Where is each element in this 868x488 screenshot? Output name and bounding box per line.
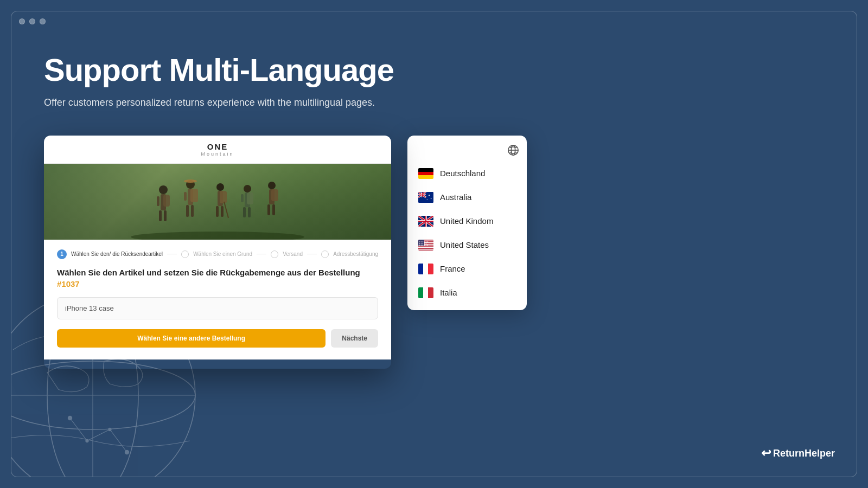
form-buttons: Wählen Sie eine andere Bestellung Nächst… <box>57 329 378 348</box>
step-4-circle <box>321 251 329 258</box>
svg-line-31 <box>224 202 228 218</box>
svg-rect-24 <box>184 192 187 201</box>
step-4-label: Adressbestätigung <box>333 251 378 257</box>
language-dropdown: Deutschland <box>407 136 527 310</box>
step-divider-1 <box>167 254 177 254</box>
svg-rect-36 <box>241 194 244 202</box>
svg-point-12 <box>131 232 304 240</box>
window-dot-1[interactable] <box>19 18 25 24</box>
flag-us-svg: ★★★★★★ ★★★★★ ★★★★★★ <box>418 240 433 251</box>
flag-fr <box>418 264 433 274</box>
item-text: iPhone 13 case <box>65 304 114 312</box>
svg-rect-42 <box>271 189 278 201</box>
flag-au: ✦ ✦ ✦ <box>418 192 433 203</box>
app-form-area: 1 Wählen Sie den/ die Rücksendeartikel W… <box>44 240 391 359</box>
svg-rect-15 <box>159 210 162 221</box>
svg-text:✦: ✦ <box>426 198 428 201</box>
main-ui-area: ONE Mountain <box>44 136 824 369</box>
lang-name-us: United States <box>440 240 489 249</box>
lang-item-de[interactable]: Deutschland <box>407 162 527 185</box>
lang-item-fr[interactable]: France <box>407 257 527 281</box>
page-headline: Support Multi-Language <box>44 53 824 87</box>
app-header: ONE Mountain <box>44 136 391 164</box>
lang-name-de: Deutschland <box>440 169 485 178</box>
svg-rect-35 <box>248 207 251 217</box>
returnhelper-logo: ↩ ReturnHelper <box>761 446 835 460</box>
svg-rect-17 <box>157 196 159 206</box>
svg-rect-29 <box>221 206 224 217</box>
svg-rect-30 <box>220 191 227 203</box>
hikers-svg <box>131 175 304 240</box>
svg-rect-41 <box>272 204 275 215</box>
form-title-text: Wählen Sie den Artikel und setzen Sie di… <box>57 268 360 277</box>
form-title: Wählen Sie den Artikel und setzen Sie di… <box>57 267 378 290</box>
svg-point-32 <box>244 185 251 192</box>
brand-name: ONE <box>55 142 380 151</box>
hero-image <box>44 164 391 240</box>
svg-rect-25 <box>190 189 198 202</box>
order-number: #1037 <box>57 279 80 288</box>
step-3-label: Versand <box>283 251 303 257</box>
lang-name-uk: United Kindom <box>440 216 493 226</box>
lang-item-uk[interactable]: United Kindom <box>407 209 527 233</box>
browser-titlebar <box>11 11 857 31</box>
step-divider-2 <box>257 254 266 254</box>
brand-sub: Mountain <box>55 151 380 157</box>
svg-line-10 <box>87 429 110 441</box>
flag-au-svg: ✦ ✦ ✦ <box>418 192 433 203</box>
lang-item-us[interactable]: ★★★★★★ ★★★★★ ★★★★★★ United States <box>407 233 527 257</box>
lang-name-it: Italia <box>440 288 457 297</box>
step-2-label: Wählen Sie einen Grund <box>193 251 252 257</box>
svg-text:★★★★★★: ★★★★★★ <box>419 243 429 246</box>
svg-rect-55 <box>418 194 426 195</box>
svg-rect-74 <box>418 249 433 250</box>
browser-content: Support Multi-Language Offer customers p… <box>11 31 857 477</box>
svg-rect-34 <box>243 207 246 217</box>
svg-point-38 <box>268 182 276 189</box>
step-2-circle <box>181 251 189 258</box>
flag-it <box>418 287 433 298</box>
step-3-circle <box>271 251 278 258</box>
lang-item-it[interactable]: Italia <box>407 281 527 305</box>
svg-rect-28 <box>216 206 219 217</box>
browser-window: Support Multi-Language Offer customers p… <box>11 11 857 477</box>
lang-name-au: Australia <box>440 192 471 202</box>
svg-point-13 <box>159 185 168 194</box>
lang-item-au[interactable]: ✦ ✦ ✦ Australia <box>407 185 527 209</box>
globe-icon <box>507 144 519 156</box>
step-divider-3 <box>307 254 317 254</box>
svg-rect-23 <box>191 205 194 217</box>
btn-secondary[interactable]: Nächste <box>331 329 378 348</box>
svg-point-26 <box>216 183 224 191</box>
svg-rect-18 <box>163 195 170 207</box>
step-1-badge: 1 <box>57 249 67 259</box>
svg-line-11 <box>110 429 127 452</box>
item-input[interactable]: iPhone 13 case <box>57 297 378 319</box>
returnhelper-text: ReturnHelper <box>773 448 835 459</box>
flag-de <box>418 168 433 179</box>
svg-point-20 <box>184 179 197 183</box>
svg-rect-67 <box>418 221 433 222</box>
flag-uk <box>418 216 433 227</box>
svg-rect-40 <box>267 204 270 215</box>
window-dot-3[interactable] <box>40 18 46 24</box>
app-mockup: ONE Mountain <box>44 136 391 369</box>
flag-uk-svg <box>418 216 433 227</box>
lang-name-fr: France <box>440 264 465 273</box>
step-indicator: 1 Wählen Sie den/ die Rücksendeartikel W… <box>57 249 378 259</box>
returnhelper-icon: ↩ <box>761 446 771 460</box>
dropdown-header <box>407 141 527 162</box>
svg-text:✦: ✦ <box>428 194 430 197</box>
window-dot-2[interactable] <box>29 18 35 24</box>
step-1-label: Wählen Sie den/ die Rücksendeartikel <box>71 251 163 257</box>
btn-primary[interactable]: Wählen Sie eine andere Bestellung <box>57 329 326 348</box>
flag-us: ★★★★★★ ★★★★★ ★★★★★★ <box>418 240 433 251</box>
svg-rect-16 <box>164 210 167 221</box>
page-subtitle: Offer customers personalized returns exp… <box>44 97 824 108</box>
svg-rect-73 <box>418 247 433 248</box>
svg-rect-37 <box>247 192 253 204</box>
svg-rect-22 <box>186 205 189 217</box>
